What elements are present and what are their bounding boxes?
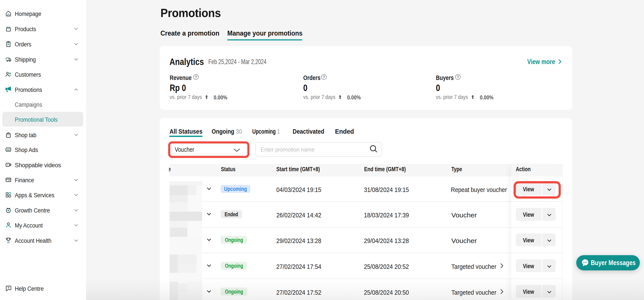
svg-text:?: ? [8,286,9,290]
svg-text:AD: AD [6,148,10,151]
